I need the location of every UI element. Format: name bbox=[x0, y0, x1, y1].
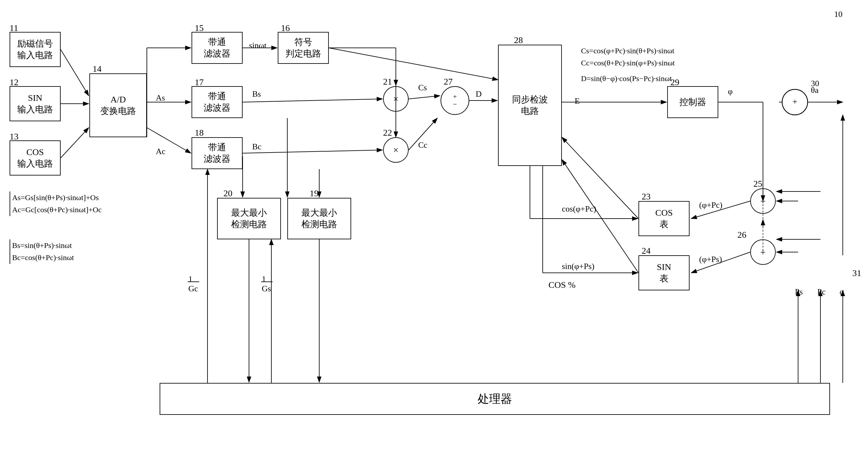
num-24: 24 bbox=[642, 246, 651, 256]
box-12: SIN输入电路 bbox=[9, 86, 61, 121]
label-E: E bbox=[575, 96, 580, 106]
num-18: 18 bbox=[195, 128, 204, 138]
formula-left-top: As=Gs[sin(θ+Ps)·sinωt]+Os Ac=Gc[cos(θ+Pc… bbox=[9, 192, 102, 216]
num-16: 16 bbox=[281, 23, 290, 33]
num-25: 25 bbox=[753, 179, 762, 189]
box-13: COS输入电路 bbox=[9, 140, 61, 175]
box-15: 带通滤波器 bbox=[191, 32, 243, 64]
num-17: 17 bbox=[195, 77, 204, 88]
svg-line-9 bbox=[329, 48, 498, 80]
svg-line-1 bbox=[61, 50, 89, 96]
box-19: 最大最小检测电路 bbox=[287, 198, 351, 239]
box-28: 同步检波电路 bbox=[498, 45, 562, 166]
box-18: 带通滤波器 bbox=[191, 137, 243, 169]
circle-22: × bbox=[383, 137, 409, 163]
num-27: 27 bbox=[444, 76, 453, 87]
svg-line-3 bbox=[61, 128, 89, 158]
num-21: 21 bbox=[383, 76, 392, 87]
svg-line-7 bbox=[147, 128, 191, 153]
label-Ac: Ac bbox=[156, 147, 165, 156]
label-Cc: Cc bbox=[418, 140, 428, 150]
formula-right-top: Cs=cos(φ+Pc)·sin(θ+Ps)·sinωt Cc=cos(θ+Pc… bbox=[581, 45, 675, 85]
box-11: 励磁信号输入电路 bbox=[9, 32, 61, 67]
label-As: As bbox=[156, 93, 165, 103]
num-31: 31 bbox=[852, 268, 861, 278]
label-alpha: α bbox=[840, 287, 844, 297]
label-phi-Ps: (φ+Ps) bbox=[699, 255, 722, 264]
label-sinwt: sinωt bbox=[249, 41, 267, 51]
num-23: 23 bbox=[642, 192, 651, 202]
box-17: 带通滤波器 bbox=[191, 86, 243, 118]
box-20: 最大最小检测电路 bbox=[217, 198, 281, 239]
label-sin-phi-Ps: sin(φ+Ps) bbox=[562, 262, 594, 271]
circle-25: + bbox=[750, 188, 776, 214]
label-D: D bbox=[476, 89, 482, 99]
circle-26: + bbox=[750, 239, 776, 265]
svg-line-10 bbox=[243, 99, 382, 102]
num-20: 20 bbox=[223, 188, 232, 198]
box-23: COS表 bbox=[639, 201, 689, 236]
formula-left-bottom: Bs=sin(θ+Ps)·sinωt Bc=cos(θ+Pc)·sinωt bbox=[9, 239, 74, 264]
label-Bc: Bc bbox=[252, 142, 261, 152]
num-28: 28 bbox=[514, 35, 523, 45]
num-12: 12 bbox=[9, 77, 19, 88]
label-Bs: Bs bbox=[252, 89, 261, 99]
circuit-diagram: 10 励磁信号输入电路 11 SIN输入电路 12 COS输入电路 13 A/D… bbox=[0, 0, 868, 456]
box-24: SIN表 bbox=[639, 255, 689, 290]
circle-27: +− bbox=[440, 86, 469, 115]
num-14: 14 bbox=[93, 64, 101, 74]
svg-line-11 bbox=[243, 150, 382, 153]
num-15: 15 bbox=[195, 23, 204, 33]
box-29: 控制器 bbox=[667, 86, 718, 118]
circle-21: × bbox=[383, 86, 409, 112]
num-19: 19 bbox=[310, 188, 319, 198]
box-16: 符号判定电路 bbox=[278, 32, 329, 64]
label-phi-Pc: (φ+Pc) bbox=[699, 200, 722, 210]
num-22: 22 bbox=[383, 128, 392, 138]
label-Ps: Ps bbox=[795, 287, 803, 297]
svg-point-43 bbox=[782, 89, 808, 115]
svg-line-22 bbox=[562, 160, 639, 273]
label-inv-Gs: 1Gs bbox=[262, 274, 271, 294]
label-cos-percent: COS % bbox=[549, 280, 576, 290]
svg-line-12 bbox=[409, 96, 440, 99]
ref-num-10: 10 bbox=[834, 9, 842, 19]
label-cos-phi-Pc: cos(φ+Pc) bbox=[562, 204, 596, 214]
num-11: 11 bbox=[9, 23, 18, 33]
box-processor: 处理器 bbox=[160, 383, 830, 415]
label-theta-a: θa bbox=[811, 86, 818, 95]
num-26: 26 bbox=[738, 230, 746, 240]
label-inv-Gc: 1Gc bbox=[188, 274, 198, 294]
svg-text:+: + bbox=[792, 97, 798, 106]
box-14: A/D变换电路 bbox=[89, 73, 147, 137]
label-Pc: Pc bbox=[817, 287, 826, 297]
num-13: 13 bbox=[9, 131, 19, 142]
label-Cs: Cs bbox=[418, 83, 427, 93]
label-phi: φ bbox=[728, 87, 733, 96]
